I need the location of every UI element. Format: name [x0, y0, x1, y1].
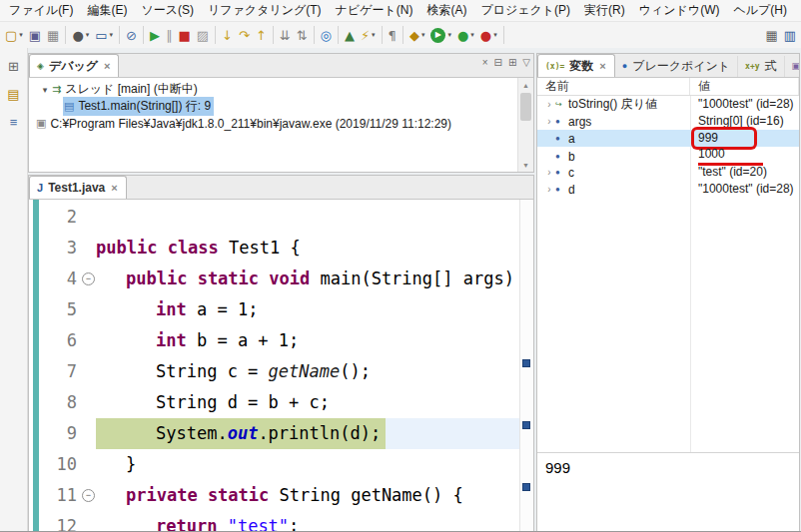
expand-frames-button[interactable]: ⊞: [508, 57, 516, 68]
menu-refactoring[interactable]: リファクタリング(T): [201, 0, 329, 21]
close-icon[interactable]: ×: [110, 182, 118, 194]
variables-empty-area[interactable]: [537, 198, 799, 452]
menu-file[interactable]: ファイル(F): [2, 0, 80, 21]
tab-breakpoints[interactable]: ●ブレークポイント: [615, 56, 738, 77]
code-line-5[interactable]: int a = 1;: [96, 294, 519, 325]
tab-interactive[interactable]: ▣対話: [785, 56, 799, 77]
tab-test1-java[interactable]: J Test1.java ×: [29, 176, 127, 200]
external-tools-button[interactable]: ⚡▾: [358, 23, 379, 47]
var-row-args[interactable]: ›●argsString[0] (id=16): [537, 113, 799, 130]
launch-config-button[interactable]: ◎: [318, 23, 335, 47]
close-icon[interactable]: ×: [103, 60, 111, 72]
new-java-element-button[interactable]: ▲: [342, 23, 358, 47]
code-line-3[interactable]: public class Test1 {: [96, 233, 519, 264]
menu-help[interactable]: ヘルプ(H): [726, 0, 794, 21]
variable-detail-pane[interactable]: 999: [537, 452, 799, 532]
profile-button[interactable]: ●▾: [477, 23, 500, 47]
code-line-7[interactable]: String c = getName();: [96, 356, 519, 387]
expander-icon[interactable]: ›: [543, 99, 555, 110]
column-header-value[interactable]: 値: [690, 78, 799, 95]
overview-marker[interactable]: [522, 483, 530, 491]
line-number[interactable]: 6: [39, 325, 77, 356]
fold-marker[interactable]: −: [81, 480, 96, 511]
menu-navigate[interactable]: ナビゲート(N): [329, 0, 420, 21]
close-icon[interactable]: ×: [598, 60, 606, 72]
line-number[interactable]: 5: [39, 294, 77, 325]
code-area[interactable]: public class Test1 {public static void m…: [96, 200, 519, 532]
var-row-c[interactable]: ›●c"test" (id=20): [537, 164, 799, 181]
overview-marker[interactable]: [522, 359, 530, 367]
java-perspective-button[interactable]: ▥: [781, 23, 799, 47]
var-row-d[interactable]: ›●d"1000test" (id=28): [537, 181, 799, 198]
line-number[interactable]: 3: [39, 233, 77, 264]
step-over-button[interactable]: ↷: [236, 23, 253, 47]
code-line-11[interactable]: private static String getName() {: [96, 480, 519, 511]
collapse-frames-button[interactable]: ⊟: [494, 57, 502, 68]
fold-marker[interactable]: −: [81, 264, 96, 294]
code-line-10[interactable]: }: [96, 449, 519, 480]
show-whitespace-button[interactable]: ¶: [386, 23, 400, 47]
stack-frame-row[interactable]: ▤Test1.main(String[]) 行: 9: [29, 98, 533, 115]
drop-to-frame-button[interactable]: ⇊: [277, 23, 294, 47]
step-return-button[interactable]: ↑: [253, 23, 270, 47]
menu-run[interactable]: 実行(R): [577, 0, 632, 21]
menu-source[interactable]: ソース(S): [134, 0, 201, 21]
line-number[interactable]: 12: [39, 511, 77, 532]
resume-button[interactable]: ▶: [147, 23, 163, 47]
menu-search[interactable]: 検索(A): [419, 0, 473, 21]
package-explorer-button[interactable]: ▤: [4, 84, 24, 104]
skip-breakpoints-button[interactable]: ⊘: [123, 23, 140, 47]
debug-scrollbar[interactable]: ▲ ▼: [517, 78, 533, 172]
menu-edit[interactable]: 編集(E): [80, 0, 134, 21]
folding-ruler[interactable]: −−: [81, 200, 96, 532]
remove-all-terminated-button[interactable]: ×: [482, 57, 488, 68]
collapse-icon[interactable]: −: [82, 272, 95, 285]
scroll-up-icon[interactable]: ▲: [518, 78, 533, 92]
search-button[interactable]: ◆▾: [406, 23, 428, 47]
code-line-6[interactable]: int b = a + 1;: [96, 325, 519, 356]
open-perspective-button[interactable]: ▦: [762, 23, 780, 47]
step-into-button[interactable]: ↓: [219, 23, 236, 47]
suspend-button[interactable]: ∥: [163, 23, 176, 47]
step-filters-button[interactable]: ⇅: [294, 23, 311, 47]
scroll-down-icon[interactable]: ▼: [518, 158, 533, 172]
expander-icon[interactable]: ›: [543, 167, 555, 178]
line-number-ruler[interactable]: 23456789101112: [39, 200, 81, 532]
line-number[interactable]: 11: [39, 480, 77, 511]
code-line-2[interactable]: [96, 202, 519, 233]
save-all-button[interactable]: ▦: [44, 23, 62, 47]
collapse-icon[interactable]: −: [82, 489, 95, 502]
menu-project[interactable]: プロジェクト(P): [473, 0, 577, 21]
type-hierarchy-button[interactable]: ≡: [4, 112, 24, 132]
new-button[interactable]: ▢▾: [2, 23, 26, 47]
line-number[interactable]: 2: [39, 202, 77, 233]
code-line-8[interactable]: String d = b + c;: [96, 387, 519, 418]
line-number[interactable]: 8: [39, 387, 77, 418]
column-header-name[interactable]: 名前: [537, 78, 690, 95]
line-number[interactable]: 10: [39, 449, 77, 480]
overview-ruler[interactable]: [519, 200, 533, 532]
view-menu-button[interactable]: ▽: [522, 57, 530, 68]
var-row-b[interactable]: ●b1000: [537, 147, 799, 164]
disconnect-button[interactable]: ▨: [194, 23, 212, 47]
terminate-button[interactable]: ■: [175, 23, 193, 47]
code-line-9[interactable]: System.out.println(d);: [96, 418, 519, 449]
run-app-button[interactable]: ▶▾: [427, 23, 454, 47]
line-number[interactable]: 9: [39, 418, 77, 449]
code-line-12[interactable]: return "test";: [96, 511, 519, 532]
tab-debug[interactable]: ◈ デバッグ ×: [29, 54, 119, 78]
var-row-a[interactable]: ●a999: [537, 130, 799, 147]
overview-marker[interactable]: [522, 421, 530, 429]
thread-row[interactable]: ▾⇉スレッド [main] (中断中): [29, 81, 533, 98]
expander-icon[interactable]: ›: [543, 184, 555, 195]
console-button[interactable]: ▭▾: [92, 23, 116, 47]
tab-variables[interactable]: (x)=変数×: [537, 54, 615, 78]
scrollbar-thumb[interactable]: [520, 93, 531, 121]
menu-window[interactable]: ウィンドウ(W): [632, 0, 727, 21]
expander-icon[interactable]: ›: [543, 116, 555, 127]
line-number[interactable]: 7: [39, 356, 77, 387]
code-line-4[interactable]: public static void main(String[] args) {: [96, 264, 519, 294]
expander-icon[interactable]: ▾: [39, 85, 51, 95]
save-button[interactable]: ▣: [26, 23, 44, 47]
tab-expressions[interactable]: x+y式: [738, 56, 784, 77]
